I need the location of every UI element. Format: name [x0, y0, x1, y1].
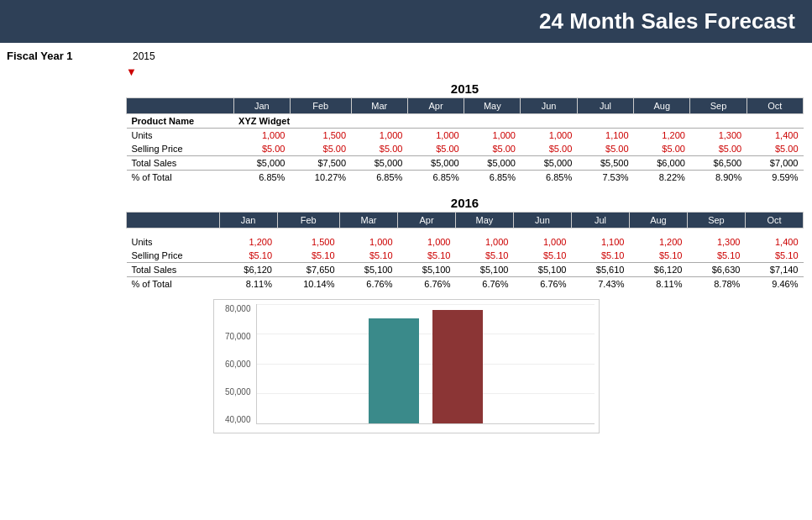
fy2-units-label: Units [127, 235, 220, 249]
fy2-pct-feb: 10.14% [277, 276, 340, 291]
chart-y-60k: 60,000 [225, 360, 251, 369]
fy1-col-jun: Jun [521, 98, 577, 114]
fy1-selling-oct: $5.00 [747, 142, 803, 156]
fy2-total-mar: $5,100 [340, 262, 398, 276]
fy1-total-label: Total Sales [127, 156, 234, 171]
fy1-col-aug: Aug [634, 98, 690, 114]
fy2-selling-may: $5.10 [455, 249, 513, 263]
fy2-total-sep: $6,630 [687, 262, 745, 276]
fy2-selling-apr: $5.10 [398, 249, 456, 263]
fy1-pct-aug: 8.22% [634, 171, 690, 185]
fy2-total-label: Total Sales [127, 262, 220, 276]
fy2-col-aug: Aug [629, 213, 687, 228]
fy2-col-mar: Mar [340, 213, 398, 228]
fy1-selling-jan: $5.00 [233, 142, 290, 156]
fy2-total-aug: $6,120 [629, 262, 687, 276]
fy2-total-oct: $7,140 [745, 262, 803, 276]
fy1-pct-jun: 6.85% [521, 171, 577, 185]
chart-y-40k: 40,000 [225, 415, 251, 424]
fy1-units-sep: 1,300 [690, 129, 747, 143]
fy1-total-sep: $6,500 [690, 156, 747, 171]
fy2-section: 2016 Jan Feb Mar Apr May Jun Jul Aug Sep… [126, 196, 804, 291]
fy1-col-feb: Feb [290, 98, 351, 114]
fy1-col-sep: Sep [690, 98, 747, 114]
chart-bar-1 [369, 304, 419, 423]
fy2-col-sep: Sep [687, 213, 745, 228]
fy1-col-may: May [464, 98, 521, 114]
fy1-pct-apr: 6.85% [407, 171, 464, 185]
fy2-selling-jun: $5.10 [513, 249, 571, 263]
fy1-selling-apr: $5.00 [407, 142, 464, 156]
fy2-pct-jan: 8.11% [219, 276, 277, 291]
fy2-pct-sep: 8.78% [687, 276, 745, 291]
fy2-units-mar: 1,000 [340, 235, 398, 249]
fy2-total-feb: $7,650 [277, 262, 340, 276]
fy2-spacer-row [127, 228, 804, 235]
chart-bars [257, 304, 595, 423]
fy1-units-may: 1,000 [464, 129, 521, 143]
fy2-units-jun: 1,000 [513, 235, 571, 249]
fy2-year-title: 2016 [126, 196, 804, 210]
chart-bar-1-rect [369, 318, 419, 423]
fy1-units-feb: 1,500 [290, 129, 351, 143]
fy1-total-jul: $5,500 [577, 156, 633, 171]
chart-wrapper: 80,000 70,000 60,000 50,000 40,000 [0, 299, 812, 433]
fy1-units-label: Units [127, 129, 234, 143]
fy1-selling-may: $5.00 [464, 142, 521, 156]
fy2-selling-feb: $5.10 [277, 249, 340, 263]
fy1-header-row: Jan Feb Mar Apr May Jun Jul Aug Sep Oct [127, 98, 804, 114]
fy1-pct-oct: 9.59% [747, 171, 803, 185]
fy2-total-jan: $6,120 [219, 262, 277, 276]
fy2-pct-label: % of Total [127, 276, 220, 291]
page: 24 Month Sales Forecast Fiscal Year 1 20… [0, 0, 812, 433]
page-title: 24 Month Sales Forecast [539, 8, 795, 34]
fy2-units-row: Units 1,200 1,500 1,000 1,000 1,000 1,00… [127, 235, 804, 249]
fy2-pct-jul: 7.43% [571, 276, 629, 291]
fy2-selling-row: Selling Price $5.10 $5.10 $5.10 $5.10 $5… [127, 249, 804, 263]
fy1-selling-aug: $5.00 [634, 142, 690, 156]
fiscal-year-label: Fiscal Year 1 [7, 50, 116, 62]
fy1-selling-feb: $5.00 [290, 142, 351, 156]
fy1-units-aug: 1,200 [634, 129, 690, 143]
fy1-selling-sep: $5.00 [690, 142, 747, 156]
fy1-units-row: Units 1,000 1,500 1,000 1,000 1,000 1,00… [127, 129, 804, 143]
fy2-selling-mar: $5.10 [340, 249, 398, 263]
fy2-col-oct: Oct [745, 213, 803, 228]
chart-bar-2-rect [432, 310, 483, 423]
fy2-selling-oct: $5.10 [745, 249, 803, 263]
fy1-units-oct: 1,400 [747, 129, 803, 143]
fy1-pct-mar: 6.85% [351, 171, 407, 185]
fy1-col-oct: Oct [747, 98, 803, 114]
fy1-table: Jan Feb Mar Apr May Jun Jul Aug Sep Oct … [126, 97, 804, 184]
chart-plot-area [256, 304, 595, 424]
fy1-pct-jan: 6.85% [233, 171, 290, 185]
fy1-year-title: 2015 [126, 81, 804, 96]
fy1-total-row: Total Sales $5,000 $7,500 $5,000 $5,000 … [127, 156, 804, 171]
chart-bar-2 [432, 304, 483, 423]
fy1-total-apr: $5,000 [407, 156, 464, 171]
fy1-product-name-label: Product Name [127, 114, 234, 129]
fy2-pct-row: % of Total 8.11% 10.14% 6.76% 6.76% 6.76… [127, 276, 804, 291]
fy1-col-apr: Apr [407, 98, 464, 114]
fy1-selling-label: Selling Price [127, 142, 234, 156]
fy1-units-jul: 1,100 [577, 129, 633, 143]
fy1-section: 2015 Jan Feb Mar Apr May Jun Jul Aug Sep… [126, 81, 804, 184]
fy1-col-label [127, 98, 234, 114]
chart-y-80k: 80,000 [225, 304, 251, 313]
fy2-selling-jan: $5.10 [219, 249, 277, 263]
fy2-total-apr: $5,100 [398, 262, 456, 276]
fy1-units-jun: 1,000 [521, 129, 577, 143]
fy2-col-jun: Jun [513, 213, 571, 228]
fy2-col-apr: Apr [398, 213, 456, 228]
fy2-pct-aug: 8.11% [629, 276, 687, 291]
fy2-col-feb: Feb [277, 213, 340, 228]
chart-yaxis: 80,000 70,000 60,000 50,000 40,000 [214, 304, 254, 424]
fiscal-year-row: Fiscal Year 1 2015 [7, 43, 812, 66]
fy2-units-may: 1,000 [455, 235, 513, 249]
fy2-pct-jun: 6.76% [513, 276, 571, 291]
fy2-pct-may: 6.76% [455, 276, 513, 291]
fy2-table: Jan Feb Mar Apr May Jun Jul Aug Sep Oct … [126, 212, 804, 291]
fy1-pct-label: % of Total [127, 171, 234, 185]
fy1-product-name-value: XYZ Widget [233, 114, 803, 129]
fy2-total-jun: $5,100 [513, 262, 571, 276]
